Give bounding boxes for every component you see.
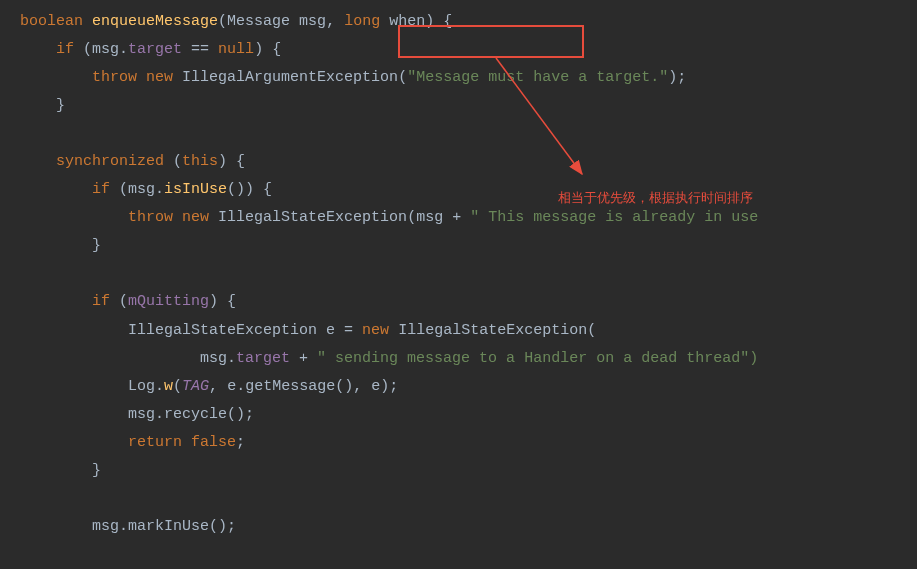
rparen-brace: ) { bbox=[218, 153, 245, 170]
rparen-brace: ) { bbox=[254, 41, 281, 58]
keyword-if: if bbox=[56, 41, 74, 58]
rparen-brace: ) { bbox=[209, 293, 236, 310]
semi: ; bbox=[236, 434, 245, 451]
paren: ( bbox=[218, 13, 227, 30]
close-brace: } bbox=[92, 237, 101, 254]
dot: . bbox=[227, 350, 236, 367]
lparen: ( bbox=[74, 41, 92, 58]
string-literal: "Message must have a target." bbox=[407, 69, 668, 86]
dot: . bbox=[155, 406, 164, 423]
field-target: target bbox=[128, 41, 182, 58]
field-target: target bbox=[236, 350, 290, 367]
keyword-new: new bbox=[146, 69, 173, 86]
code-line-19: msg.markInUse(); bbox=[20, 513, 917, 541]
keyword-synchronized: synchronized bbox=[56, 153, 164, 170]
var-msg: msg bbox=[200, 350, 227, 367]
class-Log: Log bbox=[128, 378, 155, 395]
class-IllegalStateException-2: IllegalStateException bbox=[398, 322, 587, 339]
code-line-6: synchronized (this) { bbox=[20, 148, 917, 176]
paren: () bbox=[335, 378, 353, 395]
code-line-blank-2 bbox=[20, 260, 917, 288]
field-mQuitting: mQuitting bbox=[128, 293, 209, 310]
code-line-15: msg.recycle(); bbox=[20, 401, 917, 429]
keyword-new: new bbox=[362, 322, 389, 339]
code-line-17: } bbox=[20, 457, 917, 485]
dot: . bbox=[119, 518, 128, 535]
code-line-11: if (mQuitting) { bbox=[20, 288, 917, 316]
class-IllegalStateException: IllegalStateException bbox=[128, 322, 317, 339]
keyword-if: if bbox=[92, 181, 110, 198]
keyword-return: return bbox=[128, 434, 182, 451]
lparen: ( bbox=[173, 378, 182, 395]
var-msg: msg bbox=[92, 41, 119, 58]
code-editor[interactable]: boolean enqueueMessage(Message msg, long… bbox=[20, 8, 917, 541]
plus-op: + bbox=[290, 350, 317, 367]
lparen: ( bbox=[407, 209, 416, 226]
rparen-semi: ); bbox=[380, 378, 398, 395]
code-line-14: Log.w(TAG, e.getMessage(), e); bbox=[20, 373, 917, 401]
keyword-boolean: boolean bbox=[20, 13, 83, 30]
code-line-13: msg.target + " sending message to a Hand… bbox=[20, 345, 917, 373]
paren-semi: (); bbox=[209, 518, 236, 535]
lparen: ( bbox=[164, 153, 182, 170]
var-e: e bbox=[371, 378, 380, 395]
comma: , bbox=[353, 378, 371, 395]
keyword-if: if bbox=[92, 293, 110, 310]
code-line-9: } bbox=[20, 232, 917, 260]
paren-semi: (); bbox=[227, 406, 254, 423]
comma: , bbox=[326, 13, 335, 30]
paren: () bbox=[227, 181, 245, 198]
code-line-blank-3 bbox=[20, 485, 917, 513]
lparen: ( bbox=[110, 181, 128, 198]
rparen-brace: ) { bbox=[425, 13, 452, 30]
var-msg: msg bbox=[128, 406, 155, 423]
keyword-new: new bbox=[182, 209, 209, 226]
rparen-brace: ) { bbox=[245, 181, 272, 198]
var-msg: msg bbox=[92, 518, 119, 535]
code-line-12: IllegalStateException e = new IllegalSta… bbox=[20, 317, 917, 345]
lparen: ( bbox=[587, 322, 596, 339]
type-message: Message bbox=[227, 13, 290, 30]
eq-op: = bbox=[344, 322, 362, 339]
var-msg: msg bbox=[128, 181, 155, 198]
keyword-this: this bbox=[182, 153, 218, 170]
const-TAG: TAG bbox=[182, 378, 209, 395]
eq-op: == bbox=[182, 41, 218, 58]
param-when: when bbox=[389, 13, 425, 30]
var-msg: msg bbox=[416, 209, 443, 226]
code-line-4: } bbox=[20, 92, 917, 120]
var-e: e bbox=[317, 322, 344, 339]
dot: . bbox=[155, 378, 164, 395]
string-literal: " This message is already in use bbox=[470, 209, 758, 226]
lparen: ( bbox=[110, 293, 128, 310]
method-isInUse: isInUse bbox=[164, 181, 227, 198]
code-line-7: if (msg.isInUse()) { bbox=[20, 176, 917, 204]
rparen-semi: ); bbox=[668, 69, 686, 86]
code-line-2: if (msg.target == null) { bbox=[20, 36, 917, 64]
class-IllegalArgumentException: IllegalArgumentException bbox=[182, 69, 398, 86]
keyword-throw: throw bbox=[128, 209, 173, 226]
keyword-null: null bbox=[218, 41, 254, 58]
code-line-blank bbox=[20, 120, 917, 148]
method-getMessage: getMessage bbox=[245, 378, 335, 395]
code-line-1: boolean enqueueMessage(Message msg, long… bbox=[20, 8, 917, 36]
comma: , bbox=[209, 378, 227, 395]
string-literal: " sending message to a Handler on a dead… bbox=[317, 350, 758, 367]
param-msg: msg bbox=[299, 13, 326, 30]
plus-op: + bbox=[443, 209, 470, 226]
annotation-text: 相当于优先级，根据执行时间排序 bbox=[558, 186, 753, 210]
var-e: e bbox=[227, 378, 236, 395]
lparen: ( bbox=[398, 69, 407, 86]
keyword-long: long bbox=[344, 13, 380, 30]
class-IllegalStateException: IllegalStateException bbox=[218, 209, 407, 226]
dot: . bbox=[236, 378, 245, 395]
code-line-3: throw new IllegalArgumentException("Mess… bbox=[20, 64, 917, 92]
method-enqueueMessage: enqueueMessage bbox=[92, 13, 218, 30]
dot: . bbox=[155, 181, 164, 198]
keyword-throw: throw bbox=[92, 69, 137, 86]
method-markInUse: markInUse bbox=[128, 518, 209, 535]
method-w: w bbox=[164, 378, 173, 395]
method-recycle: recycle bbox=[164, 406, 227, 423]
code-line-8: throw new IllegalStateException(msg + " … bbox=[20, 204, 917, 232]
keyword-false: false bbox=[191, 434, 236, 451]
